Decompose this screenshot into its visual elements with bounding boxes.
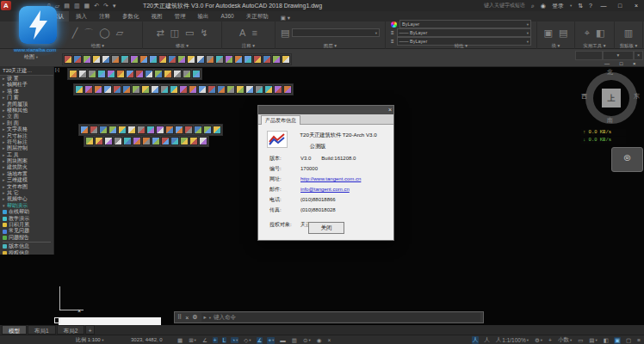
tool-icon-修改[interactable]: ⇄ — [156, 28, 164, 39]
sidebar-item-文件布图[interactable]: ▸文件布图 — [0, 184, 53, 190]
new-layout-button[interactable]: + — [85, 325, 95, 335]
open-folder-icon[interactable]: ▱ — [55, 3, 59, 9]
tz-tool-icon[interactable] — [69, 70, 77, 78]
tz-tool-icon[interactable] — [142, 137, 151, 145]
tz-tool-icon[interactable] — [160, 85, 169, 94]
tz-tool-icon[interactable] — [133, 137, 141, 145]
scale-caret-icon[interactable]: ▾ — [102, 338, 103, 342]
tz-tool-icon[interactable] — [88, 70, 96, 78]
dialog-title-bar[interactable]: × — [258, 106, 393, 114]
tz-tool-icon[interactable] — [78, 70, 87, 78]
tz-tool-icon[interactable] — [234, 55, 243, 64]
tz-tool-icon[interactable] — [139, 55, 148, 64]
status-polar-tracking-icon[interactable]: ◔▾ — [231, 337, 238, 343]
sidebar-item-在线帮助[interactable]: 在线帮助 — [0, 209, 53, 215]
tz-tool-icon[interactable] — [187, 55, 195, 64]
tz-tool-icon[interactable] — [164, 70, 172, 78]
tz-tool-icon[interactable] — [152, 137, 160, 145]
tz-tool-icon[interactable] — [84, 85, 93, 94]
tz-tool-icon[interactable] — [80, 126, 89, 134]
tz-tool-icon[interactable] — [198, 85, 207, 94]
status-annotation-monitor-icon[interactable]: + — [548, 337, 553, 343]
tz-tool-icon[interactable] — [127, 126, 136, 134]
sidebar-item-尺寸标注[interactable]: ▸尺寸标注 — [0, 133, 53, 139]
status-ortho-mode-icon[interactable]: L — [222, 337, 227, 343]
sidebar-item-授权信息[interactable]: 授权信息 — [0, 250, 53, 255]
viewcube-west-label[interactable]: 西 — [581, 92, 587, 101]
linetype-dropdown[interactable]: —— ByLayer▾ — [397, 28, 531, 37]
sidebar-item-文字表格[interactable]: ▸文字表格 — [0, 126, 53, 132]
tz-tool-icon[interactable] — [253, 55, 262, 64]
layout-tab-布局1[interactable]: 布局1 — [28, 325, 56, 335]
tool-icon-修改[interactable]: ▭ — [185, 28, 194, 39]
dialog-close-icon[interactable]: × — [388, 107, 392, 114]
tz-tool-icon[interactable] — [83, 55, 91, 64]
tz-tool-icon[interactable] — [99, 126, 108, 134]
ribbon-tab-天正帮助[interactable]: 天正帮助 — [241, 11, 274, 22]
sign-in-button[interactable]: 登录 — [552, 2, 564, 10]
steering-wheel-icon[interactable]: ◎ — [624, 153, 631, 162]
tz-tool-icon[interactable] — [130, 55, 139, 64]
status-isolate-objects-icon[interactable]: ◧ — [603, 337, 610, 344]
status-customization-menu-icon[interactable]: ≡ — [636, 337, 641, 343]
layout-tab-模型[interactable]: 模型 — [2, 325, 27, 335]
sidebar-item-建筑防火[interactable]: ▸建筑防火 — [0, 164, 53, 170]
sidebar-item-门窗[interactable]: ▸门 窗 — [0, 95, 53, 101]
tz-tool-icon[interactable] — [183, 70, 191, 78]
close-button[interactable]: × — [631, 3, 641, 9]
viewcube-south-label[interactable]: 南 — [607, 116, 613, 125]
tz-tool-icon[interactable] — [213, 126, 221, 134]
status-graphics-performance-icon[interactable]: ▣ — [614, 337, 621, 344]
dialog-close-button[interactable]: 关闭 — [308, 222, 344, 234]
navigation-bar[interactable]: ◎ — [611, 147, 643, 172]
autocad-logo-icon[interactable]: A — [1, 1, 11, 10]
tz-tool-icon[interactable] — [189, 85, 197, 94]
ribbon-tab-管理[interactable]: 管理 — [170, 11, 191, 22]
tz-tool-icon[interactable] — [90, 126, 98, 134]
dialog-tab-product-info[interactable]: 产品发布信息 — [261, 115, 300, 125]
tz-tool-icon[interactable] — [206, 55, 214, 64]
tz-tool-icon[interactable] — [175, 126, 183, 134]
sidebar-item-教学演示[interactable]: 教学演示 — [0, 216, 53, 222]
tz-tool-icon[interactable] — [75, 85, 84, 94]
new-file-icon[interactable]: ▯ — [47, 3, 51, 9]
tz-tool-icon[interactable] — [263, 55, 271, 64]
tz-scale-control[interactable]: 比例 1:100 ▾ — [76, 335, 104, 344]
tz-tool-icon[interactable] — [196, 55, 205, 64]
status-grid-display-icon[interactable]: ▦ — [176, 337, 183, 344]
restore-button[interactable]: □ — [615, 3, 625, 9]
tz-tool-icon[interactable] — [111, 55, 120, 64]
ribbon-tab-默认[interactable]: 默认 — [47, 11, 69, 22]
tool-icon-实用工具[interactable]: ⌖ — [585, 28, 590, 39]
tz-tool-icon[interactable] — [177, 55, 186, 64]
tz-tool-icon[interactable] — [108, 126, 117, 134]
dock-caret-icon[interactable]: ▾ — [36, 55, 38, 59]
status-dynamic-input-icon[interactable]: + — [213, 337, 218, 343]
minimize-button[interactable]: — — [598, 3, 609, 9]
tool-icon-修改[interactable]: ◫ — [170, 28, 179, 39]
tool-icon-绘图[interactable]: ◯ — [99, 28, 109, 39]
tz-tool-icon[interactable] — [95, 137, 103, 145]
tz-tool-icon[interactable] — [161, 137, 170, 145]
sidebar-item-视频中心[interactable]: ▸视频中心 — [0, 196, 53, 202]
tz-tool-icon[interactable] — [116, 70, 125, 78]
status-annotation-visibility-icon[interactable]: 人 — [472, 336, 480, 344]
sidebar-item-房间屋顶[interactable]: ▸房间屋顶 — [0, 101, 53, 108]
status-infer-constraints-icon[interactable]: ∠ — [201, 337, 208, 344]
sidebar-item-图层控制[interactable]: ▸图层控制 — [0, 145, 53, 151]
command-customize-icon[interactable]: ⚙ — [192, 314, 197, 321]
tz-tool-icon[interactable] — [199, 137, 207, 145]
sidebar-item-三维建模[interactable]: ▸三维建模 — [0, 177, 53, 183]
tz-tool-icon[interactable] — [264, 85, 273, 94]
infocenter-search-input[interactable]: 键入关键字或短语 — [484, 2, 525, 9]
tz-tool-icon[interactable] — [149, 55, 158, 64]
tool-icon-修改[interactable]: ↯ — [200, 28, 207, 39]
dock-menu-label[interactable]: 绘图 ▾ — [24, 53, 38, 61]
sign-in-caret-icon[interactable]: ▾ — [570, 3, 572, 8]
tz-tool-icon[interactable] — [113, 85, 121, 94]
layer-dropdown[interactable]: ▾ — [292, 28, 380, 37]
tz-tool-icon[interactable] — [207, 85, 216, 94]
tz-tool-icon[interactable] — [255, 85, 263, 94]
tz-tool-icon[interactable] — [217, 85, 226, 94]
tool-icon-实用工具[interactable]: ◧ — [596, 28, 604, 39]
